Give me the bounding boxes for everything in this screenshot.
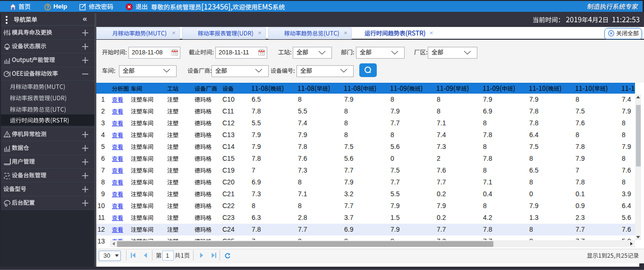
svg-text:?: ? [46, 4, 49, 9]
